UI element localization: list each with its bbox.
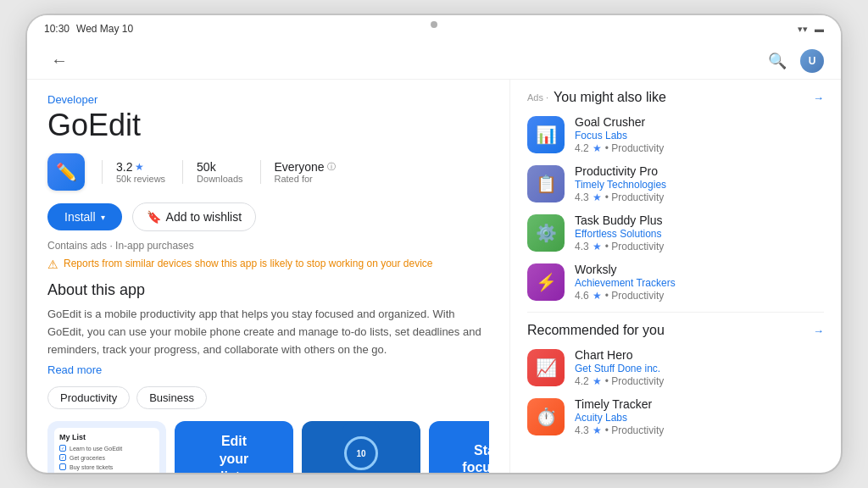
left-panel: Developer GoEdit ✏️ 3.2 ★ 50k reviews 50… — [27, 80, 510, 473]
search-icon[interactable]: 🔍 — [768, 52, 787, 70]
back-button[interactable]: ← — [44, 47, 75, 74]
you-might-like-header: Ads · You might also like → — [527, 90, 824, 105]
worksly-dev: Achievement Trackers — [575, 277, 824, 289]
timely-tracker-dev: Acuity Labs — [575, 412, 824, 424]
chart-hero-rating: 4.2★• Productivity — [575, 375, 824, 387]
top-nav-left: ← — [44, 47, 75, 74]
meta-downloads: 50k Downloads — [182, 160, 242, 184]
app-icon: ✏️ — [47, 153, 85, 191]
app-item-worksly[interactable]: ⚡ Worksly Achievement Trackers 4.6★• Pro… — [527, 263, 824, 302]
about-title: About this app — [47, 281, 489, 299]
tablet-frame: 10:30 Wed May 10 ▾▾ ▬ ← 🔍 U Developer Go… — [27, 15, 841, 473]
goal-crusher-name: Goal Crusher — [575, 115, 824, 129]
screenshot-timer: 10 Work Done — [302, 421, 420, 473]
tags-row: Productivity Business — [47, 386, 489, 409]
timely-tracker-icon: ⏱️ — [527, 398, 565, 435]
top-nav: ← 🔍 U — [27, 42, 841, 80]
productivity-pro-info: Productivity Pro Timely Technologies 4.3… — [575, 164, 824, 203]
task-buddy-icon: ⚙️ — [527, 214, 565, 252]
recommended-header: Recommended for you → — [527, 323, 824, 338]
chart-hero-icon: 📈 — [527, 349, 565, 386]
avatar[interactable]: U — [800, 49, 824, 73]
rating-value: 3.2 — [116, 160, 132, 174]
checkbox-2: ✓ — [59, 454, 66, 461]
wifi-icon: ▾▾ — [798, 24, 808, 35]
checkbox-3 — [59, 463, 66, 470]
app-title: GoEdit — [47, 108, 489, 143]
productivity-pro-icon: 📋 — [527, 165, 565, 202]
task-buddy-name: Task Buddy Plus — [575, 214, 824, 227]
screenshot-edit: Edityourlists — [175, 421, 293, 473]
you-might-like-title: You might also like — [554, 90, 666, 105]
app-item-task-buddy[interactable]: ⚙️ Task Buddy Plus Effortless Solutions … — [527, 214, 824, 252]
list-preview: My List ✓ Learn to use GoEdit ✓ Get groc… — [54, 428, 159, 473]
reviews-label: 50k reviews — [116, 174, 165, 184]
install-label: Install — [64, 210, 96, 224]
chart-hero-dev: Get Stuff Done inc. — [575, 363, 824, 374]
goal-crusher-rating: 4.2★• Productivity — [575, 142, 824, 154]
wishlist-button[interactable]: 🔖 Add to wishlist — [132, 202, 256, 231]
meta-rating-label: Everyone ⓘ Rated for — [260, 160, 336, 184]
divider — [527, 312, 824, 313]
chart-hero-info: Chart Hero Get Stuff Done inc. 4.2★• Pro… — [575, 348, 824, 387]
list-item-2: Get groceries — [70, 455, 105, 461]
app-item-goal-crusher[interactable]: 📊 Goal Crusher Focus Labs 4.2★• Producti… — [527, 115, 824, 154]
worksly-info: Worksly Achievement Trackers 4.6★• Produ… — [575, 263, 824, 302]
warning-text: Reports from similar devices show this a… — [64, 257, 433, 271]
app-item-timely-tracker[interactable]: ⏱️ Timely Tracker Acuity Labs 4.3★• Prod… — [527, 397, 824, 436]
task-buddy-dev: Effortless Solutions — [575, 228, 824, 240]
downloads-value: 50k — [197, 160, 216, 174]
worksly-rating: 4.6★• Productivity — [575, 290, 824, 302]
wishlist-label: Add to wishlist — [166, 210, 242, 224]
status-time: 10:30 — [44, 23, 70, 35]
downloads-label: Downloads — [197, 174, 242, 184]
bookmark-icon: 🔖 — [147, 210, 161, 224]
battery-icon: ▬ — [815, 24, 824, 34]
about-text: GoEdit is a mobile productivity app that… — [47, 306, 489, 358]
productivity-pro-dev: Timely Technologies — [575, 179, 824, 191]
recommended-see-more[interactable]: → — [813, 324, 824, 337]
screenshot-edit-text: Edityourlists — [213, 426, 256, 473]
goal-crusher-dev: Focus Labs — [575, 130, 824, 141]
disclaimer: Contains ads · In-app purchases — [47, 240, 489, 252]
rating-category: Rated for — [275, 174, 313, 184]
status-bar: 10:30 Wed May 10 ▾▾ ▬ — [27, 15, 841, 42]
action-row: Install ▾ 🔖 Add to wishlist — [47, 202, 489, 231]
tablet-camera — [431, 21, 437, 28]
tag-business[interactable]: Business — [136, 386, 207, 409]
goal-crusher-info: Goal Crusher Focus Labs 4.2★• Productivi… — [575, 115, 824, 154]
status-bar-right: ▾▾ ▬ — [798, 24, 824, 35]
chart-hero-name: Chart Hero — [575, 348, 824, 362]
goal-crusher-icon: 📊 — [527, 116, 565, 153]
list-preview-title: My List — [59, 433, 154, 441]
warning-icon: ⚠ — [47, 258, 58, 271]
app-item-chart-hero[interactable]: 📈 Chart Hero Get Stuff Done inc. 4.2★• P… — [527, 348, 824, 387]
install-button[interactable]: Install ▾ — [47, 203, 122, 230]
rating-everyone: Everyone — [275, 160, 325, 174]
timely-tracker-info: Timely Tracker Acuity Labs 4.3★• Product… — [575, 397, 824, 436]
ads-label: Ads · — [527, 92, 548, 103]
app-item-productivity-pro[interactable]: 📋 Productivity Pro Timely Technologies 4… — [527, 164, 824, 203]
productivity-pro-rating: 4.3★• Productivity — [575, 191, 824, 203]
timely-tracker-rating: 4.3★• Productivity — [575, 424, 824, 436]
recommended-title: Recommended for you — [527, 323, 665, 338]
star-icon: ★ — [135, 161, 144, 173]
worksly-icon: ⚡ — [527, 263, 565, 301]
worksly-name: Worksly — [575, 263, 824, 276]
see-more-link[interactable]: → — [813, 92, 824, 104]
task-buddy-rating: 4.3★• Productivity — [575, 241, 824, 252]
right-panel: Ads · You might also like → 📊 Goal Crush… — [510, 80, 841, 473]
stay-focused-text: Stayfocused — [455, 435, 489, 473]
install-arrow-icon: ▾ — [101, 213, 105, 222]
top-nav-right: 🔍 U — [768, 49, 824, 73]
read-more-link[interactable]: Read more — [47, 363, 489, 376]
tag-productivity[interactable]: Productivity — [47, 386, 130, 409]
main-content: Developer GoEdit ✏️ 3.2 ★ 50k reviews 50… — [27, 80, 841, 473]
developer-link[interactable]: Developer — [47, 93, 489, 106]
list-item-1: Learn to use GoEdit — [70, 446, 122, 452]
timely-tracker-name: Timely Tracker — [575, 397, 824, 411]
list-item-3: Buy store tickets — [70, 464, 113, 470]
screenshot-list: My List ✓ Learn to use GoEdit ✓ Get groc… — [47, 421, 166, 473]
rating-info-icon: ⓘ — [327, 161, 336, 173]
warning-row: ⚠ Reports from similar devices show this… — [47, 257, 489, 271]
